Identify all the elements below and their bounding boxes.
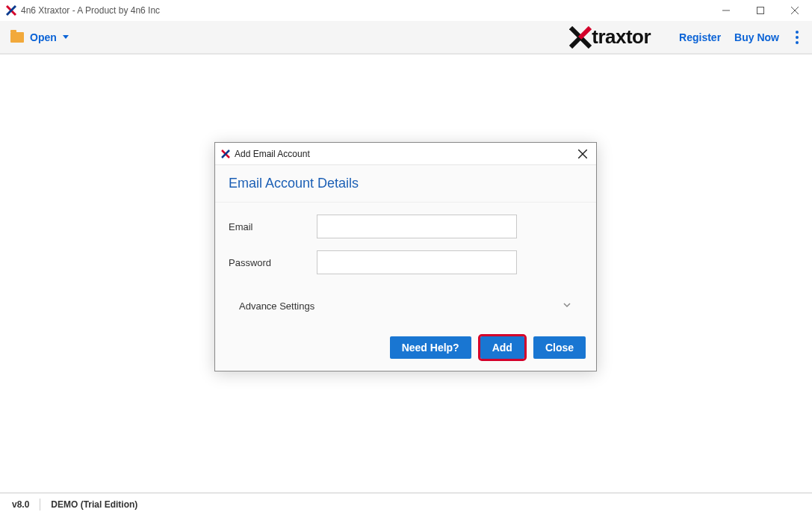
more-menu-icon[interactable] [793, 28, 802, 47]
advance-settings-label: Advance Settings [239, 300, 314, 312]
chevron-down-icon [562, 300, 572, 312]
add-button[interactable]: Add [480, 336, 524, 359]
dialog-close-button[interactable] [575, 147, 590, 161]
dialog-form: Email Password Advance Settings [215, 203, 596, 329]
email-input[interactable] [317, 215, 517, 238]
version-label: v8.0 [12, 499, 29, 510]
dialog-actions: Need Help? Add Close [215, 329, 596, 371]
brand-x-icon [569, 26, 592, 49]
window-controls [709, 0, 812, 21]
password-input[interactable] [317, 250, 517, 274]
toolbar: Open traxtor Register Buy Now [0, 21, 812, 54]
window-close-button[interactable] [778, 0, 812, 21]
email-label: Email [229, 221, 317, 232]
svg-rect-3 [757, 7, 764, 14]
open-label: Open [30, 31, 57, 43]
dialog-header: Add Email Account [215, 143, 596, 165]
dropdown-caret-icon [63, 35, 69, 39]
dialog-title: Add Email Account [235, 149, 310, 159]
dialog-section-title: Email Account Details [215, 165, 596, 203]
status-separator [40, 499, 40, 511]
edition-label: DEMO (Trial Edition) [51, 499, 137, 510]
password-label: Password [229, 257, 317, 268]
dialog-logo-icon [221, 149, 230, 158]
close-button[interactable]: Close [533, 336, 586, 359]
password-row: Password [229, 250, 583, 274]
open-button[interactable]: Open [10, 31, 69, 43]
status-bar: v8.0 DEMO (Trial Edition) [0, 493, 812, 515]
window-title: 4n6 Xtraxtor - A Product by 4n6 Inc [21, 5, 160, 16]
register-link[interactable]: Register [679, 31, 721, 43]
brand-logo: traxtor [569, 25, 651, 49]
minimize-button[interactable] [709, 0, 743, 21]
brand-text: traxtor [592, 25, 651, 49]
need-help-button[interactable]: Need Help? [390, 336, 471, 359]
buy-now-link[interactable]: Buy Now [734, 31, 779, 43]
advance-settings-toggle[interactable]: Advance Settings [229, 286, 583, 326]
maximize-button[interactable] [743, 0, 778, 21]
folder-icon [10, 32, 24, 43]
title-bar: 4n6 Xtraxtor - A Product by 4n6 Inc [0, 0, 812, 21]
email-row: Email [229, 215, 583, 238]
add-email-account-dialog: Add Email Account Email Account Details … [214, 142, 597, 371]
app-logo-icon [6, 5, 16, 16]
